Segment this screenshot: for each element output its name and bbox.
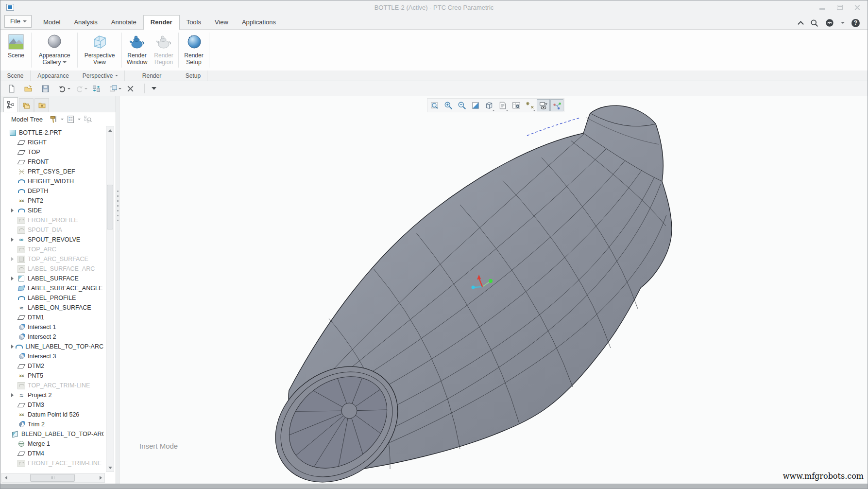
graphics-toolbar-button[interactable] [537, 99, 550, 111]
minimize-ribbon-icon[interactable] [798, 21, 803, 25]
close-button[interactable] [854, 5, 861, 10]
quick-toolbar-button[interactable] [90, 83, 106, 94]
minimize-button[interactable] [819, 5, 826, 10]
quick-toolbar-button[interactable] [22, 83, 38, 94]
quick-toolbar-button[interactable] [39, 83, 55, 94]
tree-item[interactable]: DEPTH [11, 186, 103, 196]
expand-arrow-icon[interactable] [11, 393, 17, 397]
tab-folder-browser[interactable] [19, 98, 34, 112]
ribbon-group-label[interactable]: Perspective [76, 70, 125, 81]
tree-item[interactable]: LABEL_SURFACE [11, 274, 103, 283]
graphics-toolbar-button[interactable] [496, 99, 509, 111]
menu-tab[interactable]: Tools [180, 16, 208, 29]
tree-horizontal-scrollbar[interactable] [1, 473, 105, 483]
bottle-3d-model[interactable] [120, 96, 868, 484]
scene-button[interactable]: Scene [2, 30, 30, 70]
tree-item[interactable]: SIDE [11, 206, 103, 215]
scrollbar-thumb[interactable] [30, 474, 75, 482]
graphics-toolbar-button[interactable] [510, 99, 523, 111]
graphics-toolbar-button[interactable] [428, 99, 441, 111]
tree-item[interactable]: PNT2 [11, 196, 103, 206]
tree-item[interactable]: TOP [11, 147, 103, 157]
scroll-left-icon[interactable] [2, 473, 10, 482]
expand-arrow-icon[interactable] [11, 238, 17, 242]
tree-item[interactable]: TOP_ARC_SURFACE [11, 254, 103, 264]
tree-item[interactable]: PNT5 [11, 371, 103, 381]
tree-item[interactable]: Intersect 2 [11, 332, 103, 342]
menu-tab[interactable]: Applications [235, 16, 283, 29]
maximize-button[interactable] [836, 5, 843, 10]
tree-item[interactable]: Project 2 [11, 390, 103, 400]
menu-tab[interactable]: Analysis [67, 16, 104, 29]
scroll-up-icon[interactable] [106, 126, 114, 134]
tree-item[interactable]: HEIGHT_WIDTH [11, 176, 103, 186]
tree-item[interactable]: BOTTLE-2.PRT [2, 128, 103, 138]
tree-vertical-scrollbar[interactable] [106, 126, 114, 472]
tree-item[interactable]: DTM3 [11, 400, 103, 410]
tree-item[interactable]: Intersect 3 [11, 351, 103, 361]
chevron-down-icon[interactable] [841, 22, 845, 24]
quick-toolbar-button[interactable] [124, 83, 140, 94]
graphics-toolbar-button[interactable] [550, 99, 563, 111]
customize-toolbar-button[interactable] [152, 87, 156, 90]
quick-toolbar-button[interactable] [5, 83, 21, 94]
menu-tab[interactable]: Render [143, 15, 180, 30]
command-locator-icon[interactable] [825, 18, 834, 27]
quick-toolbar-button[interactable] [107, 83, 123, 94]
graphics-toolbar-button[interactable] [482, 99, 495, 111]
tree-item[interactable]: SPOUT_REVOLVE [11, 235, 103, 244]
tree-item[interactable]: LABEL_SURFACE_ARC [11, 264, 103, 274]
quick-toolbar-button[interactable] [73, 83, 89, 94]
menu-tab[interactable]: Model [36, 16, 67, 29]
tree-settings-icon[interactable] [67, 115, 75, 123]
tree-item[interactable]: FRONT [11, 157, 103, 167]
tree-item[interactable]: DTM2 [11, 361, 103, 371]
appearance-gallery-button[interactable]: Appearance Gallery [33, 30, 76, 70]
tree-item[interactable]: RIGHT [11, 138, 103, 147]
tree-item[interactable]: FRONT_FACE_TRIM-LINE [11, 458, 103, 468]
panel-splitter[interactable] [116, 96, 119, 484]
scrollbar-thumb[interactable] [107, 185, 113, 229]
graphics-toolbar-button[interactable] [442, 99, 455, 111]
ribbon-group-label[interactable]: Setup [179, 70, 207, 81]
ribbon-group-label[interactable]: Scene [0, 70, 31, 81]
menu-tab[interactable]: Annotate [104, 16, 143, 29]
scroll-right-icon[interactable] [97, 473, 104, 482]
tree-item[interactable]: DTM1 [11, 313, 103, 322]
scroll-down-icon[interactable] [106, 464, 114, 472]
tree-item[interactable]: SPOUT_DIA [11, 225, 103, 235]
menu-tab[interactable]: View [208, 16, 235, 29]
graphics-toolbar-button[interactable] [469, 99, 482, 111]
tree-item[interactable]: BLEND_LABEL_TO_TOP-ARC [11, 429, 103, 439]
chevron-down-icon[interactable] [78, 119, 81, 120]
graphics-toolbar-button[interactable] [523, 99, 536, 111]
expand-arrow-icon[interactable] [11, 345, 15, 349]
tree-item[interactable]: TOP_ARC_TRIM-LINE [11, 381, 103, 390]
tree-item[interactable]: PRT_CSYS_DEF [11, 167, 103, 176]
search-icon[interactable] [810, 19, 818, 27]
tree-item[interactable]: TOP_ARC [11, 244, 103, 254]
ribbon-group-label[interactable]: Appearance [31, 70, 76, 81]
quick-toolbar-button[interactable] [56, 83, 72, 94]
expand-arrow-icon[interactable] [11, 277, 17, 280]
tree-item[interactable]: LABEL_ON_SURFACE [11, 303, 103, 313]
tree-item[interactable]: FRONT_PROFILE [11, 215, 103, 225]
chevron-down-icon[interactable] [61, 119, 64, 120]
help-icon[interactable] [851, 19, 860, 27]
tree-item[interactable]: DTM4 [11, 449, 103, 458]
tree-item[interactable]: LABEL_PROFILE [11, 293, 103, 303]
tree-item[interactable]: LINE_LABEL_TO_TOP-ARC [11, 342, 103, 351]
render-window-button[interactable]: Render Window [123, 30, 151, 70]
tree-filters-icon[interactable] [50, 115, 58, 123]
tab-favorites[interactable] [34, 98, 49, 112]
render-setup-button[interactable]: Render Setup [180, 30, 207, 70]
tree-item[interactable]: Intersect 1 [11, 322, 103, 332]
tree-item[interactable]: Datum Point id 526 [11, 410, 103, 419]
tree-search-icon[interactable] [84, 115, 92, 123]
graphics-canvas[interactable]: Insert Mode www.mfgrobots.com [120, 96, 868, 484]
file-menu-button[interactable]: File [4, 15, 32, 28]
expand-arrow-icon[interactable] [11, 257, 17, 261]
perspective-view-button[interactable]: Perspective View [79, 30, 120, 70]
tree-item[interactable]: Merge 1 [11, 439, 103, 449]
ribbon-group-label[interactable]: Render [125, 70, 179, 81]
